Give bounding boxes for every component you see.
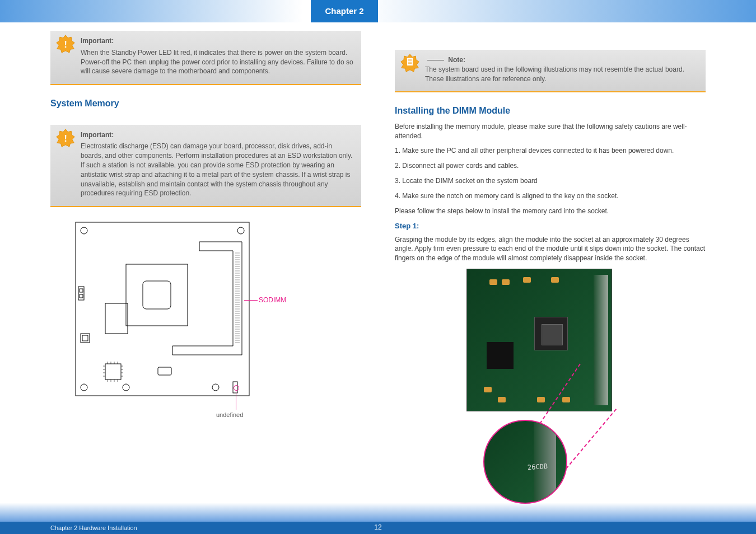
sodimm-leader-line — [244, 300, 258, 301]
capacitor-icon — [523, 277, 531, 283]
memory-chip-icon — [487, 342, 514, 369]
board-diagram: SODIMM undefined — [73, 219, 314, 421]
note-icon — [400, 53, 419, 72]
callout-text: The system board used in the following i… — [425, 65, 698, 84]
cpu-chip-icon — [534, 317, 568, 350]
svg-rect-17 — [82, 335, 88, 341]
content-area: ! Important: When the Standby Power LED … — [0, 31, 756, 500]
footer-strip: Chapter 2 Hardware Installation 12 — [0, 500, 756, 534]
capacitor-icon — [502, 279, 510, 285]
capacitor-icon — [489, 279, 497, 285]
svg-point-8 — [212, 384, 219, 391]
board-photo — [466, 269, 612, 411]
svg-point-9 — [123, 384, 129, 391]
svg-rect-16 — [81, 334, 90, 343]
warning-icon: ! — [56, 34, 75, 53]
undefined-label: undefined — [216, 411, 243, 419]
footer-chapter-label: Chapter 2 Hardware Installation — [50, 524, 137, 532]
left-column: ! Important: When the Standby Power LED … — [50, 31, 361, 500]
footer-gradient — [0, 503, 756, 522]
install-followup-text: Please follow the steps below to install… — [395, 207, 706, 216]
svg-text:!: ! — [64, 133, 67, 143]
install-step-4: 4. Make sure the notch on memory card is… — [395, 191, 706, 201]
capacitor-icon — [551, 277, 559, 283]
page-number: 12 — [374, 523, 381, 532]
warning-icon: ! — [56, 128, 75, 147]
pcb-outline-svg — [73, 219, 252, 399]
svg-rect-15 — [80, 294, 83, 298]
callout-title: Important: — [81, 130, 353, 140]
callout-title: Note: — [448, 56, 465, 64]
svg-point-5 — [81, 227, 87, 234]
note-callout: Note: The system board used in the follo… — [395, 50, 706, 92]
svg-rect-10 — [126, 264, 188, 326]
undefined-leader-line — [236, 391, 236, 410]
header-strip: Chapter 2 — [0, 0, 756, 22]
note-title-row: Note: — [425, 55, 698, 65]
capacitor-icon — [498, 397, 506, 402]
svg-point-6 — [237, 227, 244, 234]
svg-rect-12 — [105, 303, 128, 334]
sodimm-label: SODIMM — [259, 296, 286, 305]
svg-rect-14 — [80, 289, 83, 292]
important-callout-1: ! Important: When the Standby Power LED … — [50, 31, 361, 85]
install-step-3: 3. Locate the DIMM socket on the system … — [395, 176, 706, 186]
capacitor-icon — [484, 387, 492, 392]
install-intro-text: Before installing the memory module, ple… — [395, 122, 706, 141]
header-gradient-left — [0, 0, 302, 22]
svg-rect-11 — [143, 281, 171, 309]
svg-rect-18 — [105, 364, 121, 380]
heading-system-memory: System Memory — [50, 97, 361, 110]
install-step-1: 1. Make sure the PC and all other periph… — [395, 146, 706, 156]
magnifier-circle: 26CDB — [483, 420, 567, 504]
step1-heading: Step 1: — [395, 221, 706, 231]
svg-rect-35 — [158, 367, 171, 375]
footer-bar: Chapter 2 Hardware Installation 12 — [0, 522, 756, 534]
chapter-tab: Chapter 2 — [311, 0, 378, 22]
important-callout-2: ! Important: Electrostatic discharge (ES… — [50, 125, 361, 208]
callout-title: Important: — [81, 36, 353, 46]
board-photo-figure: 26CDB — [466, 269, 634, 515]
capacitor-icon — [562, 397, 570, 402]
step1-body: Grasping the module by its edges, align … — [395, 235, 706, 263]
svg-point-7 — [81, 384, 87, 391]
svg-text:!: ! — [64, 39, 67, 50]
callout-text: Electrostatic discharge (ESD) can damage… — [81, 142, 353, 198]
capacitor-icon — [537, 397, 545, 402]
header-gradient-right — [364, 0, 756, 22]
edge-connector-icon — [594, 275, 608, 405]
right-column: Note: The system board used in the follo… — [395, 31, 706, 500]
board-serial-label: 26CDB — [528, 462, 548, 472]
callout-text: When the Standby Power LED lit red, it i… — [81, 48, 353, 76]
install-step-2: 2. Disconnect all power cords and cables… — [395, 161, 706, 171]
heading-installing-dimm: Installing the DIMM Module — [395, 105, 706, 117]
svg-rect-79 — [407, 58, 413, 66]
